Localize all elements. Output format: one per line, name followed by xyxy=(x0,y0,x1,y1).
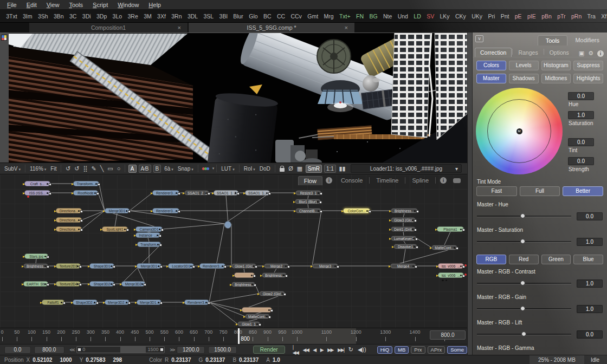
color-wheel[interactable]: M xyxy=(476,88,563,174)
quality-some[interactable]: Some xyxy=(447,346,467,354)
flow-node-tan1[interactable] xyxy=(234,272,255,278)
lut-button[interactable]: LUT▾ xyxy=(219,166,236,172)
show-controls-icon[interactable]: Ø xyxy=(287,165,295,172)
tool-Txt+[interactable]: Txt+ xyxy=(338,13,352,20)
tool-Gmt[interactable]: Gmt xyxy=(306,13,320,20)
viewer[interactable] xyxy=(0,32,467,162)
tool-Blur[interactable]: Blur xyxy=(231,13,245,20)
paint-tool-icon[interactable]: ✎ xyxy=(89,165,98,172)
tool-3Re[interactable]: 3Re xyxy=(126,13,140,20)
flow-node-tex3[interactable]: Texture2D3 xyxy=(56,263,81,269)
flow-node-rend_a[interactable]: Renderer3... xyxy=(152,190,179,196)
channel-select-icon[interactable] xyxy=(203,167,209,170)
playback-3[interactable]: ▶ xyxy=(318,347,325,353)
range-highlights[interactable]: Highlights xyxy=(573,74,603,83)
range-slider[interactable]: 0 1500 xyxy=(76,346,164,353)
menu-help[interactable]: Help xyxy=(144,2,166,8)
menu-file[interactable]: File xyxy=(2,2,22,8)
subtab-options[interactable]: Options xyxy=(545,48,574,57)
flow-node-rend_e[interactable]: Renderer3... xyxy=(184,300,209,305)
flow-node-brightd[interactable]: Brightness... xyxy=(23,263,48,269)
tool-3Bl[interactable]: 3Bl xyxy=(218,13,229,20)
snap-button[interactable]: Snap▾ xyxy=(176,166,196,172)
flow-node-junction[interactable] xyxy=(224,221,231,229)
flow-node-ssao1[interactable]: SSAO1_2_1 xyxy=(184,190,209,196)
flow-node-blur1[interactable]: Blur1 (Blur) xyxy=(295,199,321,204)
flow-node-bright2[interactable]: Brightness... xyxy=(231,282,255,287)
tool-3Bn[interactable]: 3Bn xyxy=(52,13,66,20)
flow-node-channel[interactable]: ChannelB... xyxy=(295,208,321,213)
slider-value[interactable]: 1.0 xyxy=(577,238,603,246)
render-button[interactable]: Render xyxy=(253,346,285,354)
tool-pIE[interactable]: pIE xyxy=(526,13,538,20)
playback-0[interactable]: |◀◀ xyxy=(290,344,301,355)
keyframe-icon[interactable]: ▣ xyxy=(579,50,584,57)
flow-node-loc1[interactable]: Locator3D1 xyxy=(168,263,194,269)
tool-BG[interactable]: BG xyxy=(367,13,379,20)
tool-Pnt[interactable]: Pnt xyxy=(499,13,511,20)
tool-pRn[interactable]: pRn xyxy=(570,13,583,20)
panel-tab-modifiers[interactable]: Modifiers xyxy=(567,35,607,46)
flow-node-spot1[interactable]: SpotLight1 xyxy=(102,226,128,232)
view-levels[interactable]: Levels xyxy=(509,61,539,70)
info-icon[interactable]: i xyxy=(326,177,332,184)
slider-value[interactable]: 1.0 xyxy=(577,280,603,288)
view-histogram[interactable]: Histogram xyxy=(541,61,571,70)
color-wheel-marker[interactable]: M xyxy=(516,128,522,134)
flow-node-merge4[interactable]: Merge4 xyxy=(390,263,416,269)
line-tool-icon[interactable]: ╲ xyxy=(98,165,106,172)
range-handle-right[interactable] xyxy=(160,348,163,351)
tool-pBn[interactable]: pBn xyxy=(540,13,553,20)
ellipse-tool-icon[interactable]: ○ xyxy=(115,165,122,172)
flow-node-dent1[interactable]: Dent1 (Dnt) xyxy=(391,226,416,232)
viewer-cube-icon[interactable] xyxy=(1,35,7,41)
menu-window[interactable]: Window xyxy=(113,2,144,8)
tint-better[interactable]: Better xyxy=(563,186,603,196)
flow-node-bright3[interactable]: Brightness... xyxy=(262,272,287,278)
flow-node-ssao2[interactable]: SSAO1_1_2... xyxy=(214,190,238,196)
tool-3Sh[interactable]: 3Sh xyxy=(36,13,50,20)
tool-3Di[interactable]: 3Di xyxy=(81,13,93,20)
zoom-bars-icon[interactable]: ▮▮ xyxy=(337,165,347,172)
flow-tab-flow[interactable]: Flow xyxy=(298,176,322,185)
tool-3M[interactable]: 3M xyxy=(142,13,153,20)
tint-full[interactable]: Full xyxy=(520,186,560,196)
playback-7[interactable]: ◀)) xyxy=(356,346,369,353)
roi-button[interactable]: RoI▾ xyxy=(242,166,257,172)
flow-node-dir3[interactable]: Directiona... xyxy=(56,226,82,232)
flow-node-merge3d2[interactable]: Merge3D2 xyxy=(121,281,145,287)
flow-node-glow2[interactable]: Glow2 (Glo) xyxy=(259,291,285,296)
view-ab-button[interactable]: A∕B xyxy=(139,165,151,173)
flow-node-dissolve[interactable]: Dissolve1 xyxy=(393,244,417,249)
tool-3SL[interactable]: 3SL xyxy=(202,13,216,20)
flow-node-tan2[interactable] xyxy=(242,307,272,313)
view-a-button[interactable]: A xyxy=(128,165,137,173)
timeline-end-field[interactable]: 800.0 xyxy=(430,330,466,340)
tool-3Im[interactable]: 3Im xyxy=(21,13,34,20)
tool-pE[interactable]: pE xyxy=(513,13,524,20)
slider-knob[interactable] xyxy=(521,332,526,336)
flow-node-iss[interactable]: ISS (ISS... xyxy=(24,190,50,196)
slider-knob[interactable] xyxy=(520,306,525,311)
tool-3Lo[interactable]: 3Lo xyxy=(111,13,124,20)
flow-tab-timeline[interactable]: Timeline xyxy=(371,176,404,185)
tool-CCv[interactable]: CCv xyxy=(289,13,303,20)
tool-UKy[interactable]: UKy xyxy=(470,13,484,20)
channel-rgb[interactable]: RGB xyxy=(476,255,506,264)
flow-node-merge3[interactable]: Merge3 xyxy=(312,263,338,269)
playback-2[interactable]: ◀ xyxy=(311,347,318,353)
flow-node-bright1[interactable]: Brightness... xyxy=(391,208,418,213)
view-b-button[interactable]: B xyxy=(153,165,162,173)
info-icon[interactable]: i xyxy=(440,177,447,184)
close-icon[interactable]: × xyxy=(345,24,348,31)
flow-node-lumakey[interactable]: LumaKeyer1 xyxy=(391,236,417,241)
value-saturation[interactable]: 1.0 xyxy=(568,111,594,119)
step-back-button[interactable]: << xyxy=(68,347,77,353)
tool-CKy[interactable]: CKy xyxy=(454,13,468,20)
global-start-field[interactable]: 0.0 xyxy=(4,346,31,354)
timeline-ruler[interactable]: 0501001502002503003504004505005506006507… xyxy=(0,328,467,344)
flow-node-shape2[interactable]: Shape3D2 xyxy=(89,281,114,287)
quality-aprx[interactable]: APrx xyxy=(428,346,445,354)
zoom-level-button[interactable]: 116%▾ xyxy=(28,166,48,172)
flow-node-glow1[interactable]: Glow1 (Glo) xyxy=(231,263,256,269)
